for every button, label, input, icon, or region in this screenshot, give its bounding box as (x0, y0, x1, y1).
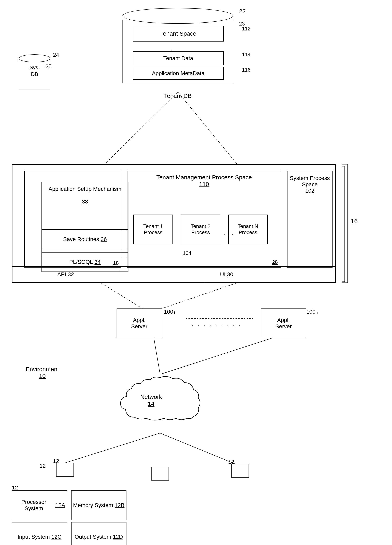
small-cyl-top (19, 54, 50, 62)
sys-db-cylinder: Sys.DB (19, 54, 50, 94)
tenantn-box: Tenant N Process (228, 215, 268, 244)
callout-25: 25 (45, 63, 52, 70)
cylinder-top (122, 8, 233, 24)
svg-line-8 (162, 283, 237, 309)
client-center (151, 467, 169, 481)
svg-line-0 (105, 92, 178, 164)
tenant-space-box: Tenant Space (133, 26, 224, 42)
appl-server-2: Appl. Server (261, 309, 306, 338)
ref-12-bottom: 12 (12, 484, 18, 491)
save-routines-box: Save Routines 36 (42, 229, 128, 249)
tenant2-box: Tenant 2 Process (181, 215, 220, 244)
tenant1-box: Tenant 1 Process (133, 215, 173, 244)
memory-system-box: Memory System 12B (71, 490, 127, 520)
callout-116: 116 (242, 67, 251, 73)
ref-100-n: 100ₙ (306, 309, 318, 315)
ui-bar: UI 30 (118, 266, 335, 282)
output-system-box: Output System 12D (71, 522, 127, 545)
callout-22: 22 (239, 8, 246, 15)
cylinder-body: Tenant Space · Tenant Data Application M… (122, 20, 233, 83)
tenant-db-label: Tenant DB (122, 93, 233, 99)
network-label: Network 14 (140, 394, 162, 407)
callout-114: 114 (242, 51, 251, 57)
tenant-mgmt-title: Tenant Management Process Space 110 (127, 171, 281, 187)
input-system-box: Input System 12C (12, 522, 67, 545)
server-dots: . . . . . . . . . (192, 320, 242, 328)
ref-104: 104 (183, 250, 191, 256)
processor-system-box: Processor System 12A (12, 490, 67, 520)
callout-23: 23 (239, 21, 245, 27)
ref-18: 18 (113, 260, 119, 266)
ref-28: 28 (272, 259, 278, 265)
svg-line-7 (101, 283, 142, 309)
ref-100-1: 100₁ (164, 309, 175, 315)
sys-process-title: System Process Space 102 (288, 171, 332, 194)
client-right (231, 464, 249, 477)
tenant-mgmt-box: Tenant Management Process Space 110 Tena… (127, 171, 281, 267)
environment-label: Environment 10 (26, 366, 59, 379)
svg-line-1 (178, 92, 237, 164)
api-bar: API 32 (12, 266, 119, 282)
brace-label-16: 16 (351, 217, 358, 225)
sys-process-box: System Process Space 102 (287, 171, 332, 267)
tenant-db-cylinder: Tenant Space · Tenant Data Application M… (122, 8, 233, 91)
client-left (56, 463, 74, 477)
network-cloud: Network 14 (115, 374, 205, 433)
svg-line-6 (160, 433, 237, 465)
client-ref-1: 12 (40, 463, 46, 469)
server-box: Application Setup Mechanism 38 Save Rout… (12, 164, 336, 283)
app-metadata-box: Application MetaData (133, 67, 224, 80)
appl-server-1: Appl. Server (117, 309, 162, 338)
tenant-data-box: Tenant Data (133, 51, 224, 65)
diagram: Tenant Space · Tenant Data Application M… (0, 0, 392, 545)
svg-line-4 (59, 433, 160, 465)
callout-24: 24 (53, 52, 59, 58)
left-inner-box: Application Setup Mechanism 38 Save Rout… (24, 171, 121, 267)
